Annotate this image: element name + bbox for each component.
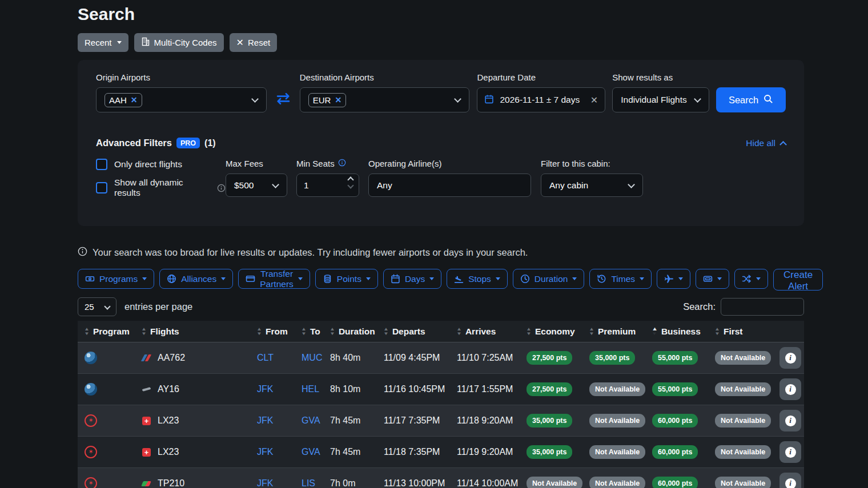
show-results-group: Show results as Individual Flights	[612, 72, 709, 112]
origin-airport-link[interactable]: JFK	[257, 447, 273, 457]
info-icon: i	[785, 353, 796, 364]
column-header-flights[interactable]: ▲▼Flights	[135, 326, 257, 337]
to-cell: LIS	[302, 478, 330, 488]
column-header-from[interactable]: ▲▼From	[257, 326, 302, 337]
page-size-select[interactable]: 25	[78, 297, 116, 316]
table-header-row: ▲▼Program▲▼Flights▲▼From▲▼To▲▼Duration▲▼…	[78, 321, 804, 342]
times-filter-button[interactable]: Times	[589, 269, 652, 289]
only-direct-flights-label: Only direct flights	[114, 159, 182, 170]
origin-airports-select[interactable]: AAH ✕	[96, 87, 267, 112]
destination-airports-group: Destination Airports EUR ✕	[300, 72, 470, 112]
number-stepper[interactable]	[348, 178, 353, 188]
calendar-icon	[484, 94, 494, 106]
business-availability-badge: 60,000 pts	[652, 445, 698, 459]
show-results-select[interactable]: Individual Flights	[612, 87, 709, 112]
filter-button-label: Programs	[99, 274, 138, 284]
row-info-button[interactable]: i	[779, 410, 801, 431]
origin-airport-link[interactable]: CLT	[257, 353, 274, 363]
chevron-down-icon	[455, 95, 462, 103]
premium-cell: Not Available	[589, 414, 652, 427]
destination-airport-link[interactable]: HEL	[302, 384, 319, 394]
cabin-filter-select[interactable]: Any cabin	[541, 174, 643, 197]
column-header-duration[interactable]: ▲▼Duration	[330, 326, 384, 337]
plane-filter-button[interactable]	[657, 269, 690, 289]
shuffle-filter-button[interactable]	[734, 269, 768, 289]
column-header-business[interactable]: ▲▼Business	[652, 326, 715, 337]
show-dynamic-results-checkbox[interactable]	[96, 182, 107, 193]
remove-origin-tag-icon[interactable]: ✕	[131, 96, 138, 104]
points-filter-button[interactable]: Points	[315, 269, 378, 289]
row-info-button[interactable]: i	[779, 347, 801, 369]
recent-label: Recent	[85, 38, 112, 47]
chevron-down-icon	[251, 95, 259, 103]
flights-cell: AY16	[135, 384, 257, 394]
first-cell: Not Available	[715, 351, 777, 365]
flight-number: TP210	[158, 478, 184, 488]
first-availability-badge: Not Available	[715, 414, 771, 427]
column-header-departs[interactable]: ▲▼Departs	[384, 326, 457, 337]
alliances-filter-button[interactable]: Alliances	[159, 269, 233, 289]
cabin-filter-group: Filter to this cabin: Any cabin	[541, 159, 643, 200]
column-header-first[interactable]: ▲▼First	[715, 326, 777, 337]
days-filter-button[interactable]: Days	[383, 269, 441, 289]
multi-city-codes-button[interactable]: Multi-City Codes	[134, 33, 224, 52]
row-info-button[interactable]: i	[779, 473, 801, 488]
max-fees-select[interactable]: $500	[226, 174, 287, 197]
from-cell: JFK	[257, 384, 302, 394]
seat-filter-button[interactable]	[696, 269, 729, 289]
departure-date-input[interactable]: 2026-11-11 ± 7 days ✕	[477, 87, 605, 112]
destination-airports-select[interactable]: EUR ✕	[300, 87, 470, 112]
swiss-airline-icon	[142, 417, 152, 425]
first-availability-badge: Not Available	[715, 382, 771, 396]
destination-airport-link[interactable]: LIS	[302, 478, 315, 488]
remove-destination-tag-icon[interactable]: ✕	[335, 96, 341, 104]
duration-filter-button[interactable]: Duration	[513, 269, 585, 289]
program-cell	[78, 414, 135, 427]
flights-cell: TP210	[135, 478, 257, 488]
table-row: LX23JFKGVA7h 45m11/17 7:35PM11/18 9:20AM…	[78, 405, 804, 437]
transfer-partners-filter-button[interactable]: Transfer Partners	[238, 269, 310, 289]
filter-button-label: Days	[405, 274, 425, 284]
origin-airport-link[interactable]: JFK	[257, 416, 273, 426]
business-availability-badge: 60,000 pts	[652, 477, 698, 488]
swap-airports-button[interactable]	[267, 87, 300, 112]
column-header-economy[interactable]: ▲▼Economy	[527, 326, 589, 337]
row-info-button[interactable]: i	[779, 441, 801, 463]
table-search-input[interactable]	[721, 298, 804, 316]
programs-filter-button[interactable]: Programs	[78, 269, 154, 289]
flights-cell: LX23	[135, 416, 257, 426]
globe-icon	[167, 274, 176, 284]
min-seats-input[interactable]: 1	[296, 174, 359, 197]
stops-filter-button[interactable]: Stops	[447, 269, 508, 289]
sort-icon: ▲▼	[85, 327, 89, 336]
destination-airport-tag: EUR ✕	[308, 93, 346, 107]
column-header-label: Premium	[598, 326, 636, 337]
origin-airport-tag: AAH ✕	[105, 93, 142, 107]
origin-airport-link[interactable]: JFK	[257, 384, 273, 394]
row-info-button[interactable]: i	[779, 378, 801, 400]
sort-icon: ▲▼	[589, 327, 594, 336]
program-cell	[78, 352, 135, 364]
destination-airport-link[interactable]: GVA	[302, 416, 320, 426]
shuffle-icon	[742, 274, 752, 284]
origin-airport-link[interactable]: JFK	[257, 478, 273, 488]
hide-all-link[interactable]: Hide all	[746, 138, 786, 148]
reset-button[interactable]: ✕ Reset	[230, 33, 278, 52]
search-button[interactable]: Search	[716, 87, 786, 112]
chevron-down-icon	[104, 303, 110, 309]
destination-airport-link[interactable]: GVA	[302, 447, 320, 457]
column-header-premium[interactable]: ▲▼Premium	[589, 326, 652, 337]
filter-button-label: Times	[611, 274, 635, 284]
column-header-arrives[interactable]: ▲▼Arrives	[457, 326, 527, 337]
only-direct-flights-checkbox[interactable]	[96, 159, 107, 170]
premium-cell: 35,000 pts	[589, 351, 652, 365]
operating-airline-select[interactable]: Any	[368, 174, 531, 197]
column-header-to[interactable]: ▲▼To	[302, 326, 330, 337]
destination-airport-link[interactable]: MUC	[302, 353, 322, 363]
sort-icon: ▲▼	[302, 327, 306, 336]
duration-cell: 7h 45m	[330, 416, 384, 426]
recent-button[interactable]: Recent	[78, 33, 128, 52]
column-header-program[interactable]: ▲▼Program	[78, 326, 135, 337]
clear-date-icon[interactable]: ✕	[590, 95, 598, 106]
create-alert-button[interactable]: Create Alert	[773, 269, 823, 291]
